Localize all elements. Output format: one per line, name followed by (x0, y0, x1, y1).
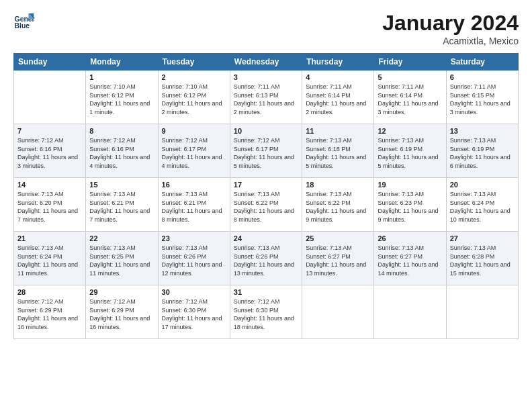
col-friday: Friday (374, 54, 446, 71)
calendar-table: Sunday Monday Tuesday Wednesday Thursday… (13, 53, 519, 339)
day-number: 11 (306, 127, 370, 135)
day-info: Sunrise: 7:13 AMSunset: 6:27 PMDaylight:… (306, 244, 370, 277)
day-cell: 26Sunrise: 7:13 AMSunset: 6:27 PMDayligh… (374, 232, 446, 285)
day-cell: 1Sunrise: 7:10 AMSunset: 6:12 PMDaylight… (86, 71, 158, 124)
day-info: Sunrise: 7:11 AMSunset: 6:14 PMDaylight:… (306, 83, 370, 116)
day-cell: 7Sunrise: 7:12 AMSunset: 6:16 PMDaylight… (14, 124, 86, 178)
day-info: Sunrise: 7:12 AMSunset: 6:30 PMDaylight:… (162, 298, 226, 331)
day-cell: 10Sunrise: 7:12 AMSunset: 6:17 PMDayligh… (230, 124, 302, 178)
col-monday: Monday (86, 54, 158, 71)
day-cell: 12Sunrise: 7:13 AMSunset: 6:19 PMDayligh… (374, 124, 446, 178)
day-number: 8 (89, 127, 154, 135)
day-cell: 27Sunrise: 7:13 AMSunset: 6:28 PMDayligh… (446, 232, 518, 285)
day-info: Sunrise: 7:13 AMSunset: 6:26 PMDaylight:… (162, 244, 226, 277)
day-info: Sunrise: 7:13 AMSunset: 6:21 PMDaylight:… (89, 190, 154, 224)
day-info: Sunrise: 7:13 AMSunset: 6:21 PMDaylight:… (162, 190, 226, 224)
day-number: 1 (89, 73, 154, 81)
day-cell: 23Sunrise: 7:13 AMSunset: 6:26 PMDayligh… (158, 232, 230, 285)
logo-icon: General Blue (13, 11, 35, 32)
day-number: 28 (17, 288, 82, 296)
day-number: 15 (89, 181, 154, 189)
calendar-header: Sunday Monday Tuesday Wednesday Thursday… (14, 54, 519, 71)
day-number: 29 (89, 288, 154, 296)
col-saturday: Saturday (446, 54, 518, 71)
day-cell: 20Sunrise: 7:13 AMSunset: 6:24 PMDayligh… (446, 178, 518, 232)
header-row: Sunday Monday Tuesday Wednesday Thursday… (14, 54, 519, 71)
day-number: 23 (162, 234, 226, 242)
day-number: 24 (234, 234, 298, 242)
day-number: 30 (162, 288, 226, 296)
day-info: Sunrise: 7:12 AMSunset: 6:29 PMDaylight:… (17, 298, 82, 331)
day-cell: 19Sunrise: 7:13 AMSunset: 6:23 PMDayligh… (374, 178, 446, 232)
day-cell (302, 285, 374, 339)
day-info: Sunrise: 7:13 AMSunset: 6:24 PMDaylight:… (17, 244, 82, 277)
title-block: January 2024 Acamixtla, Mexico (382, 11, 519, 46)
day-info: Sunrise: 7:13 AMSunset: 6:23 PMDaylight:… (378, 190, 442, 224)
day-number: 18 (306, 181, 370, 189)
day-cell: 3Sunrise: 7:11 AMSunset: 6:13 PMDaylight… (230, 71, 302, 124)
col-thursday: Thursday (302, 54, 374, 71)
subtitle: Acamixtla, Mexico (382, 36, 519, 46)
day-cell (446, 285, 518, 339)
col-wednesday: Wednesday (230, 54, 302, 71)
day-info: Sunrise: 7:13 AMSunset: 6:19 PMDaylight:… (450, 136, 515, 170)
day-cell (374, 285, 446, 339)
day-cell: 15Sunrise: 7:13 AMSunset: 6:21 PMDayligh… (86, 178, 158, 232)
day-cell: 11Sunrise: 7:13 AMSunset: 6:18 PMDayligh… (302, 124, 374, 178)
day-number: 9 (162, 127, 226, 135)
day-cell: 17Sunrise: 7:13 AMSunset: 6:22 PMDayligh… (230, 178, 302, 232)
day-number: 31 (234, 288, 298, 296)
day-cell: 21Sunrise: 7:13 AMSunset: 6:24 PMDayligh… (14, 232, 86, 285)
week-row-5: 28Sunrise: 7:12 AMSunset: 6:29 PMDayligh… (14, 285, 519, 339)
day-cell: 5Sunrise: 7:11 AMSunset: 6:14 PMDaylight… (374, 71, 446, 124)
day-info: Sunrise: 7:11 AMSunset: 6:14 PMDaylight:… (378, 83, 442, 116)
week-row-2: 7Sunrise: 7:12 AMSunset: 6:16 PMDaylight… (14, 124, 519, 178)
day-cell: 8Sunrise: 7:12 AMSunset: 6:16 PMDaylight… (86, 124, 158, 178)
day-info: Sunrise: 7:13 AMSunset: 6:27 PMDaylight:… (378, 244, 442, 277)
header: General Blue January 2024 Acamixtla, Mex… (13, 11, 519, 46)
day-info: Sunrise: 7:13 AMSunset: 6:19 PMDaylight:… (378, 136, 442, 170)
day-info: Sunrise: 7:13 AMSunset: 6:24 PMDaylight:… (450, 190, 515, 224)
day-cell: 28Sunrise: 7:12 AMSunset: 6:29 PMDayligh… (14, 285, 86, 339)
day-info: Sunrise: 7:13 AMSunset: 6:22 PMDaylight:… (306, 190, 370, 224)
day-number: 22 (89, 234, 154, 242)
svg-text:Blue: Blue (15, 22, 30, 30)
day-cell: 29Sunrise: 7:12 AMSunset: 6:29 PMDayligh… (86, 285, 158, 339)
day-info: Sunrise: 7:12 AMSunset: 6:17 PMDaylight:… (162, 136, 226, 170)
day-cell: 9Sunrise: 7:12 AMSunset: 6:17 PMDaylight… (158, 124, 230, 178)
day-number: 25 (306, 234, 370, 242)
day-info: Sunrise: 7:12 AMSunset: 6:16 PMDaylight:… (89, 136, 154, 170)
day-number: 17 (234, 181, 298, 189)
day-cell (14, 71, 86, 124)
day-info: Sunrise: 7:12 AMSunset: 6:16 PMDaylight:… (17, 136, 82, 170)
day-number: 13 (450, 127, 515, 135)
day-info: Sunrise: 7:10 AMSunset: 6:12 PMDaylight:… (162, 83, 226, 116)
day-info: Sunrise: 7:12 AMSunset: 6:29 PMDaylight:… (89, 298, 154, 331)
day-number: 20 (450, 181, 515, 189)
day-number: 10 (234, 127, 298, 135)
calendar-page: General Blue January 2024 Acamixtla, Mex… (0, 0, 532, 411)
day-number: 6 (450, 73, 515, 81)
day-number: 5 (378, 73, 442, 81)
day-info: Sunrise: 7:11 AMSunset: 6:15 PMDaylight:… (450, 83, 515, 116)
day-number: 7 (17, 127, 82, 135)
day-number: 16 (162, 181, 226, 189)
day-cell: 13Sunrise: 7:13 AMSunset: 6:19 PMDayligh… (446, 124, 518, 178)
day-number: 14 (17, 181, 82, 189)
day-info: Sunrise: 7:13 AMSunset: 6:25 PMDaylight:… (89, 244, 154, 277)
logo: General Blue (13, 11, 35, 32)
day-cell: 16Sunrise: 7:13 AMSunset: 6:21 PMDayligh… (158, 178, 230, 232)
week-row-1: 1Sunrise: 7:10 AMSunset: 6:12 PMDaylight… (14, 71, 519, 124)
day-info: Sunrise: 7:13 AMSunset: 6:18 PMDaylight:… (306, 136, 370, 170)
day-cell: 2Sunrise: 7:10 AMSunset: 6:12 PMDaylight… (158, 71, 230, 124)
day-number: 4 (306, 73, 370, 81)
day-info: Sunrise: 7:10 AMSunset: 6:12 PMDaylight:… (89, 83, 154, 116)
day-info: Sunrise: 7:13 AMSunset: 6:26 PMDaylight:… (234, 244, 298, 277)
col-sunday: Sunday (14, 54, 86, 71)
day-cell: 24Sunrise: 7:13 AMSunset: 6:26 PMDayligh… (230, 232, 302, 285)
day-cell: 30Sunrise: 7:12 AMSunset: 6:30 PMDayligh… (158, 285, 230, 339)
day-info: Sunrise: 7:13 AMSunset: 6:28 PMDaylight:… (450, 244, 515, 277)
day-info: Sunrise: 7:12 AMSunset: 6:17 PMDaylight:… (234, 136, 298, 170)
calendar-body: 1Sunrise: 7:10 AMSunset: 6:12 PMDaylight… (14, 71, 519, 339)
day-number: 2 (162, 73, 226, 81)
